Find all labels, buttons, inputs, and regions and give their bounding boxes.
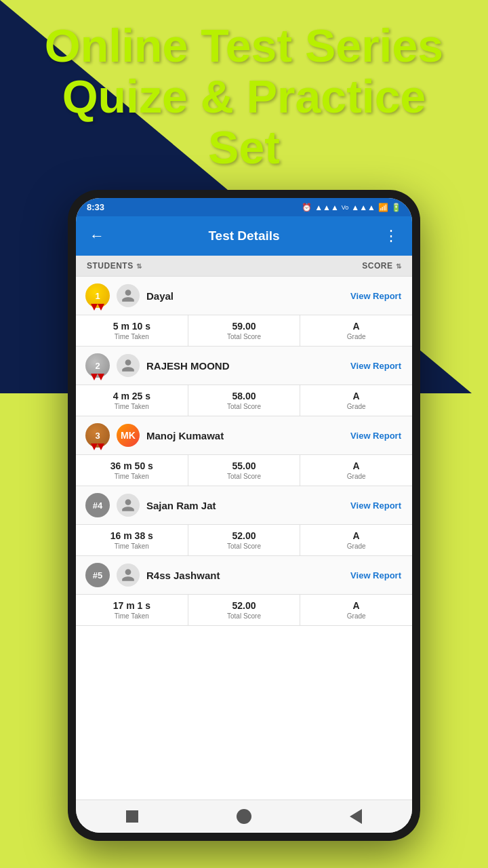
student-name: R4ss Jashwant	[146, 570, 342, 581]
rank-badge: #4	[85, 493, 110, 517]
time-label: Time Taken	[83, 542, 181, 550]
wifi-icon: 📶	[378, 203, 388, 212]
nav-home-button[interactable]	[235, 807, 253, 826]
rank-ribbon	[91, 374, 104, 380]
student-header: 1 Dayal View Report	[76, 277, 412, 315]
time-label: Time Taken	[83, 473, 181, 480]
student-card: 2 RAJESH MOOND View Report 4 m 25 s Time…	[76, 347, 412, 416]
score-column-header[interactable]: SCORE ⇅	[362, 261, 401, 271]
rank-ribbon	[91, 443, 104, 450]
rank-badge: 3	[85, 423, 110, 448]
grade-value: A	[307, 460, 405, 471]
avatar	[117, 284, 140, 307]
grade-value: A	[307, 321, 405, 332]
student-list[interactable]: 1 Dayal View Report 5 m 10 s Time Taken …	[76, 277, 412, 800]
avatar	[117, 494, 140, 517]
avatar: MK	[117, 424, 140, 447]
student-card: 3 MK Manoj Kumawat View Report 36 m 50 s…	[76, 416, 412, 486]
rank-badge: #5	[85, 563, 110, 587]
students-column-header[interactable]: STUDENTS ⇅	[87, 261, 142, 271]
stats-row: 5 m 10 s Time Taken 59.00 Total Score A …	[76, 315, 412, 346]
score-label: Total Score	[195, 403, 293, 410]
grade-value: A	[307, 530, 405, 541]
student-name: Sajan Ram Jat	[146, 500, 342, 511]
students-sort-icon: ⇅	[136, 262, 142, 270]
grade-value: A	[307, 600, 405, 611]
app-title: Online Test Series Quize & Practice Set	[0, 20, 488, 172]
grade-label: Grade	[307, 403, 405, 410]
nav-bar	[76, 800, 412, 833]
view-report-button[interactable]: View Report	[349, 568, 403, 583]
student-header: 3 MK Manoj Kumawat View Report	[76, 416, 412, 454]
time-taken-cell: 5 m 10 s Time Taken	[76, 315, 188, 346]
student-header: #5 R4ss Jashwant View Report	[76, 556, 412, 594]
view-report-button[interactable]: View Report	[349, 498, 403, 513]
time-label: Time Taken	[83, 612, 181, 620]
signal2-icon: ▲▲▲	[351, 203, 375, 212]
grade-cell: A Grade	[300, 595, 412, 625]
screen-title: Test Details	[208, 229, 279, 243]
grade-cell: A Grade	[300, 315, 412, 346]
rank-badge: 1	[85, 283, 110, 308]
student-name: RAJESH MOOND	[146, 360, 342, 372]
phone-frame: 8:33 ⏰ ▲▲▲ Vo ▲▲▲ 📶 🔋 ← Test Details ⋮	[68, 190, 420, 841]
view-report-button[interactable]: View Report	[349, 358, 403, 374]
grade-value: A	[307, 391, 405, 401]
score-value: 52.00	[195, 530, 293, 541]
grade-label: Grade	[307, 612, 405, 620]
signal-icon: ▲▲▲	[314, 203, 339, 212]
time-value: 17 m 1 s	[83, 600, 181, 611]
time-value: 5 m 10 s	[83, 321, 181, 332]
student-name: Manoj Kumawat	[146, 430, 342, 441]
time-label: Time Taken	[83, 403, 181, 410]
total-score-cell: 55.00 Total Score	[188, 455, 301, 486]
score-sort-icon: ⇅	[396, 262, 402, 270]
view-report-button[interactable]: View Report	[349, 428, 403, 443]
rank-ribbon	[91, 304, 104, 311]
time-label: Time Taken	[83, 333, 181, 340]
time-value: 16 m 38 s	[83, 530, 181, 541]
score-label: Total Score	[195, 333, 293, 340]
total-score-cell: 58.00 Total Score	[188, 385, 301, 416]
square-icon	[126, 810, 138, 823]
total-score-cell: 59.00 Total Score	[188, 315, 301, 346]
score-label: Total Score	[195, 612, 293, 620]
menu-button[interactable]: ⋮	[381, 224, 401, 248]
stats-row: 36 m 50 s Time Taken 55.00 Total Score A…	[76, 454, 412, 486]
time-value: 36 m 50 s	[83, 460, 181, 471]
avatar	[117, 354, 140, 377]
stats-row: 4 m 25 s Time Taken 58.00 Total Score A …	[76, 384, 412, 416]
student-card: #4 Sajan Ram Jat View Report 16 m 38 s T…	[76, 486, 412, 556]
grade-label: Grade	[307, 542, 405, 550]
phone-container: 8:33 ⏰ ▲▲▲ Vo ▲▲▲ 📶 🔋 ← Test Details ⋮	[68, 190, 420, 841]
student-card: 1 Dayal View Report 5 m 10 s Time Taken …	[76, 277, 412, 347]
volte-icon: Vo	[342, 204, 349, 211]
grade-label: Grade	[307, 333, 405, 340]
app-bar: ← Test Details ⋮	[76, 216, 412, 256]
score-value: 58.00	[195, 391, 293, 401]
score-label: Total Score	[195, 473, 293, 480]
status-bar: 8:33 ⏰ ▲▲▲ Vo ▲▲▲ 📶 🔋	[76, 198, 412, 216]
nav-back-button[interactable]	[346, 807, 365, 826]
status-time: 8:33	[87, 202, 104, 212]
alarm-icon: ⏰	[302, 203, 312, 212]
score-label: Total Score	[195, 542, 293, 550]
back-button[interactable]: ←	[87, 224, 107, 248]
time-taken-cell: 4 m 25 s Time Taken	[76, 385, 188, 416]
grade-cell: A Grade	[300, 525, 412, 555]
total-score-cell: 52.00 Total Score	[188, 595, 301, 625]
status-icons: ⏰ ▲▲▲ Vo ▲▲▲ 📶 🔋	[302, 203, 401, 212]
rank-badge: 2	[85, 353, 110, 378]
student-card: #5 R4ss Jashwant View Report 17 m 1 s Ti…	[76, 556, 412, 626]
triangle-icon	[350, 809, 362, 824]
student-header: #4 Sajan Ram Jat View Report	[76, 486, 412, 524]
nav-square-button[interactable]	[123, 807, 142, 826]
view-report-button[interactable]: View Report	[349, 288, 403, 304]
student-name: Dayal	[146, 290, 342, 302]
stats-row: 16 m 38 s Time Taken 52.00 Total Score A…	[76, 524, 412, 555]
score-value: 59.00	[195, 321, 293, 332]
grade-cell: A Grade	[300, 455, 412, 486]
time-value: 4 m 25 s	[83, 391, 181, 401]
stats-row: 17 m 1 s Time Taken 52.00 Total Score A …	[76, 594, 412, 625]
time-taken-cell: 36 m 50 s Time Taken	[76, 455, 188, 486]
